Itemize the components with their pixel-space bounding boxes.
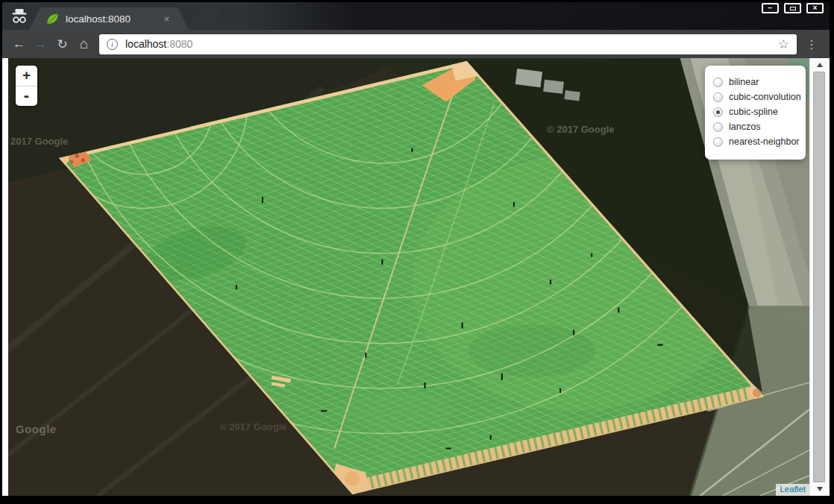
url-port: :8080 bbox=[166, 38, 192, 50]
option-cubic-spline[interactable]: cubic-spline bbox=[713, 104, 800, 119]
url-host: localhost bbox=[125, 38, 166, 50]
leaf-favicon-icon bbox=[46, 12, 60, 26]
option-bilinear[interactable]: bilinear bbox=[713, 75, 800, 89]
address-bar[interactable]: i localhost :8080 ☆ bbox=[99, 34, 797, 54]
option-label: nearest-neighbor bbox=[729, 136, 800, 147]
option-nearest-neighbor[interactable]: nearest-neighbor bbox=[713, 134, 800, 149]
minimize-button[interactable]: − bbox=[762, 3, 779, 13]
window-controls: − × bbox=[762, 3, 824, 13]
reload-icon[interactable]: ↻ bbox=[51, 37, 73, 52]
tab-title: localhost:8080 bbox=[66, 13, 131, 25]
vertical-scrollbar[interactable] bbox=[809, 58, 830, 496]
option-cubic-convolution[interactable]: cubic-convolution bbox=[713, 89, 800, 104]
tab-close-icon[interactable]: × bbox=[163, 13, 169, 25]
home-icon[interactable]: ⌂ bbox=[73, 36, 95, 52]
option-label: cubic-convolution bbox=[729, 92, 801, 102]
navigation-toolbar: ← → ↻ ⌂ i localhost :8080 ☆ ⋮ bbox=[2, 30, 830, 58]
radio-cubic-spline[interactable] bbox=[713, 107, 723, 117]
option-label: cubic-spline bbox=[729, 107, 778, 117]
desktop: localhost:8080 × − × ← → ↻ ⌂ i localhost… bbox=[0, 0, 834, 504]
page-viewport: 2017 Google © 2017 Google © 2017 Google … bbox=[2, 58, 830, 496]
tab-bar: localhost:8080 × − × bbox=[2, 2, 830, 30]
scroll-down-icon bbox=[817, 487, 823, 491]
satellite-map-canvas bbox=[8, 58, 809, 496]
leaflet-attribution[interactable]: Leaflet bbox=[776, 484, 809, 496]
scrollbar-thumb[interactable] bbox=[813, 72, 825, 482]
browser-menu-icon[interactable]: ⋮ bbox=[804, 37, 819, 51]
maximize-icon bbox=[790, 7, 796, 10]
bookmark-star-icon[interactable]: ☆ bbox=[778, 37, 789, 52]
radio-cubic-convolution[interactable] bbox=[713, 92, 723, 102]
option-label: bilinear bbox=[729, 77, 759, 87]
new-tab-button[interactable] bbox=[186, 9, 222, 28]
page-info-icon[interactable]: i bbox=[107, 39, 118, 50]
scroll-down-button[interactable] bbox=[810, 483, 830, 495]
forward-icon: → bbox=[30, 37, 51, 51]
browser-window: localhost:8080 × − × ← → ↻ ⌂ i localhost… bbox=[2, 2, 830, 496]
radio-nearest-neighbor[interactable] bbox=[713, 137, 723, 147]
radio-bilinear[interactable] bbox=[713, 78, 723, 87]
maximize-button[interactable] bbox=[784, 3, 801, 13]
scroll-up-button[interactable] bbox=[810, 59, 830, 71]
radio-lanczos[interactable] bbox=[713, 122, 723, 132]
zoom-control: + - bbox=[16, 66, 37, 106]
zoom-in-button[interactable]: + bbox=[16, 66, 37, 86]
close-button[interactable]: × bbox=[806, 3, 824, 13]
scroll-up-icon bbox=[817, 63, 823, 67]
incognito-icon bbox=[10, 8, 28, 25]
zoom-out-button[interactable]: - bbox=[16, 86, 37, 106]
option-label: lanczos bbox=[729, 122, 760, 132]
browser-tab[interactable]: localhost:8080 × bbox=[29, 7, 189, 30]
back-icon[interactable]: ← bbox=[8, 37, 30, 51]
option-lanczos[interactable]: lanczos bbox=[713, 119, 800, 134]
leaflet-map[interactable]: 2017 Google © 2017 Google © 2017 Google … bbox=[8, 58, 809, 496]
resampling-panel: bilinear cubic-convolution cubic-spline … bbox=[705, 66, 806, 160]
